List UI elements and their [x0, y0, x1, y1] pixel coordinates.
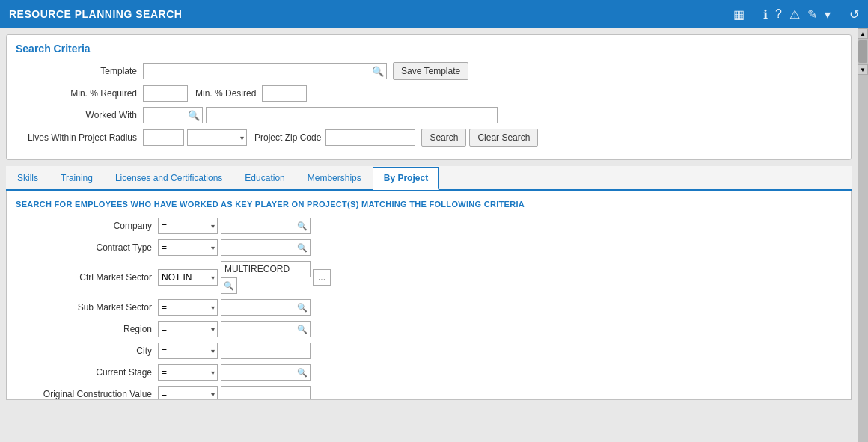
ctrl-market-sector-ellipsis-btn[interactable]: ... [313, 269, 331, 286]
current-stage-value-wrap: 🔍 [221, 364, 311, 381]
sub-market-sector-operator-wrap: =!=INNOT IN ▾ [158, 299, 218, 316]
region-operator-wrap: =!=INNOT IN ▾ [158, 321, 218, 337]
criteria-row-region: Region =!=INNOT IN ▾ 🔍 [16, 321, 842, 337]
original-construction-operator-wrap: =!=<> ▾ [158, 386, 218, 400]
tab-licenses[interactable]: Licenses and Certifications [104, 167, 233, 190]
project-zip-label: Project Zip Code [254, 132, 321, 143]
chevron-down-icon[interactable]: ▾ [825, 7, 831, 22]
original-construction-operator-select[interactable]: =!=<> [158, 386, 218, 400]
worked-with-search-icon[interactable]: 🔍 [188, 110, 200, 121]
region-search-icon[interactable]: 🔍 [297, 325, 308, 334]
contract-type-operator-select[interactable]: =!=INNOT IN [158, 239, 218, 256]
scroll-thumb[interactable] [858, 40, 867, 63]
lives-within-input[interactable] [143, 129, 184, 146]
ctrl-market-sector-operator-wrap: NOT IN=!=IN ▾ [158, 269, 218, 286]
ctrl-market-sector-value-input[interactable] [221, 261, 311, 277]
sub-market-sector-operator-select[interactable]: =!=INNOT IN [158, 299, 218, 316]
criteria-label-ctrl-market-sector: Ctrl Market Sector [16, 272, 158, 283]
tab-training[interactable]: Training [49, 167, 104, 190]
edit-icon[interactable]: ✎ [807, 7, 817, 22]
criteria-row-city: City =!=INNOT IN ▾ [16, 343, 842, 359]
criteria-row-company: Company =!=INNOT IN ▾ 🔍 [16, 218, 842, 234]
current-stage-search-icon[interactable]: 🔍 [297, 368, 308, 378]
lives-within-label: Lives Within Project Radius [16, 132, 143, 143]
city-value-wrap [221, 343, 311, 359]
sub-market-sector-search-icon[interactable]: 🔍 [297, 303, 308, 313]
worked-with-label: Worked With [16, 110, 143, 120]
warning-icon[interactable]: ⚠ [789, 7, 800, 22]
clear-search-button[interactable]: Clear Search [469, 129, 538, 147]
ctrl-market-sector-operator-select[interactable]: NOT IN=!=IN [158, 269, 218, 286]
template-search-icon[interactable]: 🔍 [372, 66, 384, 77]
worked-with-display-input [206, 107, 498, 123]
app-header: RESOURCE PLANNING SEARCH ▦ ℹ ? ⚠ ✎ ▾ ↺ [0, 0, 868, 28]
contract-type-value-wrap: 🔍 [221, 239, 311, 256]
min-pct-required-label: Min. % Required [16, 88, 143, 99]
template-input[interactable] [143, 63, 387, 79]
min-pct-desired-label: Min. % Desired [195, 88, 256, 99]
lives-within-select-wrap: miles km ▾ [187, 129, 247, 146]
contract-type-operator-wrap: =!=INNOT IN ▾ [158, 239, 218, 256]
question-circle-icon[interactable]: ? [775, 7, 782, 21]
contract-type-search-icon[interactable]: 🔍 [297, 243, 308, 253]
current-stage-operator-wrap: =!=INNOT IN ▾ [158, 364, 218, 381]
city-operator-wrap: =!=INNOT IN ▾ [158, 343, 218, 359]
worked-with-row: Worked With 🔍 [16, 107, 842, 123]
region-value-wrap: 🔍 [221, 321, 311, 337]
project-zip-input[interactable] [326, 129, 415, 146]
main-content: Search Criteria Template 🔍 Save Template… [0, 28, 868, 442]
refresh-icon[interactable]: ↺ [849, 7, 859, 22]
worked-with-search-wrap: 🔍 [143, 107, 203, 123]
criteria-row-ctrl-market-sector: Ctrl Market Sector NOT IN=!=IN ▾ 🔍 ... [16, 261, 842, 294]
min-pct-required-input[interactable] [143, 85, 188, 102]
scroll-down-button[interactable]: ▼ [858, 64, 868, 75]
tab-byproject[interactable]: By Project [373, 167, 439, 190]
grid-icon[interactable]: ▦ [733, 7, 745, 22]
criteria-label-contract-type: Contract Type [16, 242, 158, 253]
criteria-label-current-stage: Current Stage [16, 367, 158, 378]
tabs-container: Skills Training Licenses and Certificati… [6, 166, 852, 191]
template-row: Template 🔍 Save Template [16, 62, 842, 80]
header-divider-1 [754, 7, 754, 22]
criteria-row-sub-market-sector: Sub Market Sector =!=INNOT IN ▾ 🔍 [16, 299, 842, 316]
byproject-tab-content: SEARCH FOR EMPLOYEES WHO HAVE WORKED AS … [6, 191, 852, 400]
min-pct-row: Min. % Required Min. % Desired [16, 85, 842, 102]
info-circle-icon[interactable]: ℹ [763, 7, 768, 22]
lives-within-select[interactable]: miles km [187, 129, 247, 146]
tab-education[interactable]: Education [233, 167, 296, 190]
min-pct-desired-input[interactable] [262, 85, 307, 102]
sub-market-sector-value-wrap: 🔍 [221, 299, 311, 316]
city-value-input[interactable] [221, 343, 311, 359]
criteria-label-region: Region [16, 324, 158, 334]
criteria-label-sub-market-sector: Sub Market Sector [16, 302, 158, 313]
ctrl-market-sector-value-wrap: 🔍 ... [221, 261, 331, 294]
criteria-label-original-construction-value: Original Construction Value [16, 389, 158, 399]
scroll-up-button[interactable]: ▲ [858, 28, 868, 39]
search-button[interactable]: Search [421, 129, 466, 147]
header-divider-2 [840, 7, 840, 22]
original-construction-value-input[interactable] [221, 386, 311, 400]
header-icons-group: ▦ ℹ ? ⚠ ✎ ▾ ↺ [733, 7, 859, 22]
page-body: Search Criteria Template 🔍 Save Template… [0, 28, 858, 442]
app-title: RESOURCE PLANNING SEARCH [9, 8, 182, 20]
template-label: Template [16, 66, 143, 76]
criteria-row-original-construction-value: Original Construction Value =!=<> ▾ [16, 386, 842, 400]
template-input-wrap: 🔍 [143, 63, 387, 79]
search-criteria-card: Search Criteria Template 🔍 Save Template… [6, 34, 852, 160]
company-value-wrap: 🔍 [221, 218, 311, 234]
region-operator-select[interactable]: =!=INNOT IN [158, 321, 218, 337]
current-stage-operator-select[interactable]: =!=INNOT IN [158, 364, 218, 381]
criteria-label-company: Company [16, 221, 158, 231]
criteria-row-current-stage: Current Stage =!=INNOT IN ▾ 🔍 [16, 364, 842, 381]
original-construction-value-wrap [221, 386, 311, 400]
criteria-row-contract-type: Contract Type =!=INNOT IN ▾ 🔍 [16, 239, 842, 256]
tab-memberships[interactable]: Memberships [296, 167, 373, 190]
city-operator-select[interactable]: =!=INNOT IN [158, 343, 218, 359]
save-template-button[interactable]: Save Template [393, 62, 468, 80]
ctrl-market-sector-search-btn[interactable]: 🔍 [221, 277, 237, 294]
tab-skills[interactable]: Skills [6, 167, 49, 190]
criteria-label-city: City [16, 346, 158, 356]
company-search-icon[interactable]: 🔍 [297, 221, 308, 231]
company-operator-wrap: =!=INNOT IN ▾ [158, 218, 218, 234]
company-operator-select[interactable]: =!=INNOT IN [158, 218, 218, 234]
